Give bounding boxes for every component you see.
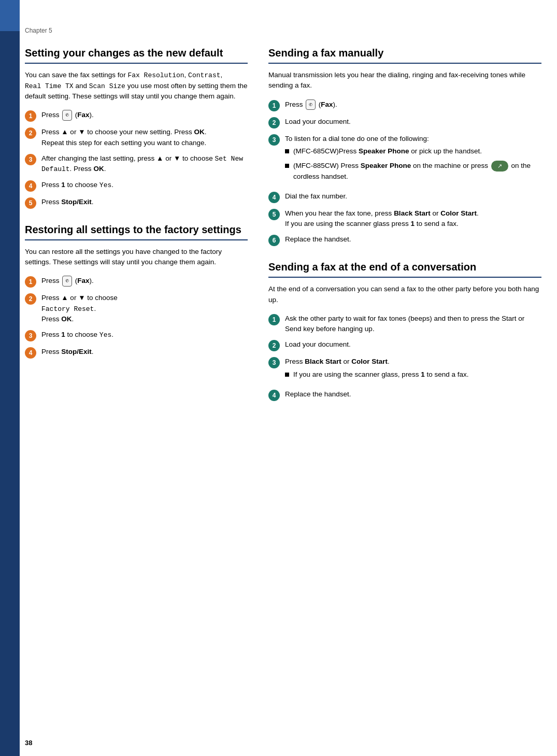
step-item: 3 To listen for a dial tone do one of th… [268, 134, 541, 186]
step-r3-text: Press 1 to choose Yes. [41, 330, 248, 340]
step4-text: Press 1 to choose Yes. [41, 180, 248, 191]
bullet-square-icon [285, 149, 289, 153]
fax-label-2: Fax [77, 277, 89, 284]
step-item: 4 Press 1 to choose Yes. [25, 180, 248, 192]
num-1-label-m5: 1 [410, 220, 415, 227]
step-r1-text: Press ✆ (Fax). [41, 276, 248, 287]
step-circle-4: 4 [25, 180, 36, 192]
ok-label: OK [194, 128, 205, 136]
step2-text: Press ▲ or ▼ to choose your new setting.… [41, 127, 248, 148]
step-circle-c2: 2 [268, 340, 280, 351]
code-yes: Yes [99, 181, 111, 189]
step3-text: After changing the last setting, press ▲… [41, 153, 248, 175]
section-setting-default: Setting your changes as the new default … [25, 47, 248, 209]
step-m1-text: Press ✆ (Fax). [285, 99, 541, 110]
fax-button-icon: ✆ [62, 110, 72, 121]
right-column: Sending a fax manually Manual transmissi… [263, 47, 541, 735]
black-start-label-c3: Black Start [305, 358, 341, 365]
section1-steps: 1 Press ✆ (Fax). 2 Press ▲ or ▼ to choos… [25, 110, 248, 209]
step-circle-r2: 2 [25, 293, 36, 305]
step-circle-r3: 3 [25, 330, 36, 341]
code-factory-reset: Factory Reset [41, 305, 94, 313]
section-right2-title: Sending a fax at the end of a conversati… [268, 261, 541, 274]
stop-exit-label-r: Stop/Exit [61, 348, 92, 355]
section-fax-conversation: Sending a fax at the end of a conversati… [268, 261, 541, 401]
step-circle-1: 1 [25, 110, 36, 122]
bullet-square-icon-c3 [285, 373, 289, 377]
step-circle-r1: 1 [25, 276, 36, 288]
section-right1-steps: 1 Press ✆ (Fax). 2 Load your document. 3… [268, 99, 541, 247]
step-item: 2 Load your document. [268, 117, 541, 129]
section-right1-divider [268, 63, 541, 64]
step-item: 1 Ask the other party to wait for fax to… [268, 313, 541, 335]
step-c1-text: Ask the other party to wait for fax tone… [285, 313, 541, 335]
bullet-item: (MFC-685CW)Press Speaker Phone or pick u… [285, 146, 541, 156]
step-item: 2 Press ▲ or ▼ to choose your new settin… [25, 127, 248, 148]
step-circle-m6: 6 [268, 235, 280, 246]
bullet-square-icon-2 [285, 164, 289, 168]
sidebar-accent [0, 0, 20, 31]
step-circle-c3: 3 [268, 357, 280, 368]
step-item: 3 Press Black Start or Color Start. If y… [268, 356, 541, 384]
section-factory-reset: Restoring all settings to the factory se… [25, 223, 248, 359]
bullet-item: (MFC-885CW) Press Speaker Phone on the m… [285, 161, 541, 182]
num-1-label-r: 1 [61, 331, 65, 338]
step-circle-c1: 1 [268, 314, 280, 325]
step-item: 5 Press Stop/Exit. [25, 197, 248, 209]
num-1-label: 1 [61, 181, 65, 189]
bullet-m3-2-text: (MFC-885CW) Press Speaker Phone on the m… [293, 161, 541, 182]
bullet-item: If you are using the scanner glass, pres… [285, 369, 541, 380]
step-m4-text: Dial the fax number. [285, 191, 541, 202]
section1-body: You can save the fax settings for Fax Re… [25, 70, 248, 102]
step-circle-m5: 5 [268, 209, 280, 220]
step-item: 5 When you hear the fax tone, press Blac… [268, 208, 541, 230]
code-contrast: Contrast [188, 72, 220, 79]
step-m5-text: When you hear the fax tone, press Black … [285, 208, 541, 230]
stop-exit-label: Stop/Exit [61, 198, 92, 206]
step-circle-2: 2 [25, 127, 36, 139]
code-scan-size: Scan Size [89, 82, 125, 90]
section2-steps: 1 Press ✆ (Fax). 2 Press ▲ or ▼ to choos… [25, 276, 248, 359]
code-set-new-default: Set New Default [41, 155, 243, 174]
step-circle-3: 3 [25, 154, 36, 165]
step-circle-m1: 1 [268, 100, 280, 111]
step-circle-m3: 3 [268, 134, 280, 146]
step-item: 2 Press ▲ or ▼ to chooseFactory Reset.Pr… [25, 293, 248, 324]
color-start-label-c3: Color Start [351, 358, 388, 365]
section2-body: You can restore all the settings you hav… [25, 247, 248, 268]
code-real-time-tx: Real Time TX [25, 82, 74, 90]
code-yes-r: Yes [99, 331, 111, 339]
section2-divider [25, 239, 248, 240]
speaker-phone-label-2: Speaker Phone [361, 162, 411, 169]
ok-label-2: OK [93, 165, 104, 173]
step-m2-text: Load your document. [285, 117, 541, 127]
code-fax-resolution: Fax Resolution [127, 72, 184, 79]
section-right1-title: Sending a fax manually [268, 47, 541, 60]
step-item: 2 Load your document. [268, 339, 541, 351]
step-circle-m4: 4 [268, 192, 280, 203]
section-fax-manually: Sending a fax manually Manual transmissi… [268, 47, 541, 246]
step-item: 4 Dial the fax number. [268, 191, 541, 203]
section-right2-body: At the end of a conversation you can sen… [268, 284, 541, 305]
color-start-label: Color Start [440, 209, 477, 217]
section1-divider [25, 63, 248, 64]
step-circle-5: 5 [25, 197, 36, 209]
step-r2-text: Press ▲ or ▼ to chooseFactory Reset.Pres… [41, 293, 248, 324]
step-item: 4 Replace the handset. [268, 389, 541, 401]
left-column: Setting your changes as the new default … [25, 47, 263, 735]
bullet-c3-text: If you are using the scanner glass, pres… [293, 369, 468, 380]
black-start-label: Black Start [394, 209, 431, 217]
bullet-list-c3: If you are using the scanner glass, pres… [285, 369, 541, 380]
main-content: Setting your changes as the new default … [25, 47, 541, 735]
step-item: 1 Press ✆ (Fax). [268, 99, 541, 111]
bullet-list-m3: (MFC-685CW)Press Speaker Phone or pick u… [285, 146, 541, 182]
step-m3-text: To listen for a dial tone do one of the … [285, 134, 541, 186]
step-m6-text: Replace the handset. [285, 234, 541, 245]
section-right2-divider [268, 277, 541, 278]
fax-label-m1: Fax [321, 101, 333, 108]
step-item: 1 Press ✆ (Fax). [25, 110, 248, 122]
step-circle-r4: 4 [25, 347, 36, 359]
step-r4-text: Press Stop/Exit. [41, 347, 248, 357]
bullet-m3-1-text: (MFC-685CW)Press Speaker Phone or pick u… [293, 146, 482, 156]
chapter-label: Chapter 5 [25, 27, 52, 34]
